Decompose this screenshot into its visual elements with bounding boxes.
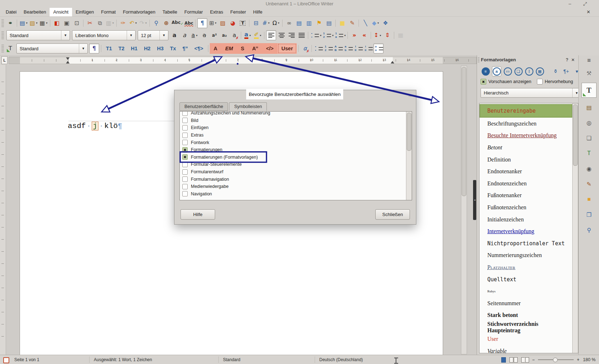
chevron-down-icon[interactable]: ▼ xyxy=(127,31,135,40)
character-styles-icon[interactable]: a xyxy=(492,66,501,76)
zoom-in-button[interactable]: + xyxy=(577,355,579,364)
deck-page-tab[interactable]: ❏ xyxy=(583,132,595,144)
italic-icon[interactable]: a xyxy=(180,31,189,40)
apply-style-icon[interactable]: T xyxy=(6,44,15,53)
styles-list-scrollbar[interactable] xyxy=(572,103,578,353)
dropdown-arrow-icon[interactable]: ▾ xyxy=(145,21,147,25)
menu-tabelle[interactable]: Tabelle xyxy=(159,8,181,16)
table-styles-icon[interactable]: ▦ xyxy=(535,67,544,76)
sidebar-grip[interactable] xyxy=(478,57,479,63)
insert-mode-icon[interactable] xyxy=(394,358,398,364)
toolbar-list-item-extras[interactable]: Extras xyxy=(180,132,406,139)
toolbar-checkbox[interactable] xyxy=(182,118,188,123)
toolbar-checkbox[interactable] xyxy=(182,147,188,153)
toolbar-checkbox[interactable] xyxy=(182,184,188,189)
dropdown-arrow-icon[interactable]: ▾ xyxy=(46,21,47,25)
dropdown-arrow-icon[interactable]: ▾ xyxy=(268,21,270,25)
insert-bookmark-icon[interactable]: ⚑ xyxy=(314,19,324,28)
style-entry-user[interactable]: User xyxy=(479,333,573,345)
toolbar-list-item-fontwork[interactable]: Fontwork xyxy=(180,139,406,146)
style-button-h3[interactable]: H3 xyxy=(154,44,166,53)
style-button-tx[interactable]: Tx xyxy=(167,44,178,53)
dropdown-arrow-icon[interactable]: ▾ xyxy=(260,34,261,37)
document-vertical-scrollbar[interactable] xyxy=(461,66,467,354)
bold-icon[interactable]: a xyxy=(170,31,179,40)
toolbar-list-item-aufzählungszeichen-und-nummerierung[interactable]: Aufzählungszeichen und Nummerierung xyxy=(180,111,406,117)
multi-page-view-icon[interactable] xyxy=(509,357,518,363)
style-button-a[interactable]: A’’ xyxy=(248,43,262,54)
minimize-button[interactable]: – xyxy=(569,1,571,6)
dropdown-arrow-icon[interactable]: ▾ xyxy=(320,34,321,37)
increase-indent-icon[interactable]: » xyxy=(350,31,359,40)
style-button-a[interactable]: A xyxy=(210,43,221,54)
preview-checkbox-row[interactable]: Vorschauen anzeigen xyxy=(481,79,531,84)
style-entry-endnotenanker[interactable]: Endnotenanker xyxy=(479,165,573,178)
toolbar-list-item-formatierungen-formatvorlagen[interactable]: Formatierungen (Formatvorlagen) xyxy=(180,154,406,161)
basic-shapes-icon[interactable]: ◆▾ xyxy=(371,19,380,28)
style-button-t2[interactable]: T2 xyxy=(116,44,127,53)
line-spacing-icon[interactable]: ↕▾ xyxy=(373,31,382,40)
dropdown-arrow-icon[interactable]: ▾ xyxy=(135,21,137,25)
style-entry-nichtproportionaler-text[interactable]: Nichtproportionaler Text xyxy=(479,237,573,250)
deck-find-tab[interactable]: ⚲ xyxy=(583,224,595,236)
toolbar-checkbox[interactable] xyxy=(182,154,188,160)
track-changes-icon[interactable]: ✎ xyxy=(347,19,357,28)
maximize-button[interactable]: ⤢ xyxy=(583,1,587,7)
insert-cross-reference-icon[interactable]: ▤ xyxy=(324,19,334,28)
style-button-[interactable]: <¶> xyxy=(192,44,206,53)
formatting-marks-icon[interactable]: ¶ xyxy=(197,18,207,28)
toolbar-checkbox[interactable] xyxy=(182,125,188,130)
style-button-[interactable]: ¶” xyxy=(180,44,190,53)
deck-master-document-tab[interactable]: ❐ xyxy=(583,209,595,220)
decrease-indent-icon[interactable]: « xyxy=(360,31,369,40)
align-left-icon[interactable] xyxy=(266,30,276,40)
insert-textbox-icon[interactable]: T xyxy=(238,19,247,28)
dropdown-arrow-icon[interactable]: ▾ xyxy=(215,21,217,25)
document-modified-icon[interactable] xyxy=(3,357,9,363)
paragraph-style-combo[interactable]: Standard ▼ xyxy=(6,30,70,40)
font-color-icon[interactable]: a▾ xyxy=(243,31,252,40)
dropdown-arrow-icon[interactable]: ▾ xyxy=(380,34,381,37)
style-filter-combo[interactable]: Hierarchisch ▼ xyxy=(481,88,581,98)
no-list-icon[interactable]: oo xyxy=(374,43,384,53)
frame-styles-icon[interactable]: ▭ xyxy=(503,67,512,76)
style-entry-beschriftungszeichen[interactable]: Beschriftungszeichen xyxy=(479,118,573,130)
page-styles-icon[interactable]: ❏ xyxy=(514,67,523,76)
toolbar-style-combo[interactable]: Standard ▼ xyxy=(16,43,88,53)
menu-ansicht[interactable]: Ansicht xyxy=(50,8,72,16)
deck-accessibility-check-tab[interactable]: ◉ xyxy=(583,163,595,174)
deck-style-inspector-tab[interactable]: T xyxy=(583,148,595,159)
vertical-ruler[interactable] xyxy=(0,65,6,355)
insert-image-icon[interactable]: ▨ xyxy=(218,19,227,28)
toolbar-checkbox[interactable] xyxy=(182,111,188,116)
document-text-line[interactable]: asdf·j·klö¶ xyxy=(68,122,122,130)
titlebar[interactable]: Unbenannt 1 – LibreOffice Writer – ⤢ xyxy=(0,0,599,8)
style-entry-rubys[interactable]: Rubys xyxy=(479,285,573,297)
find-replace-icon[interactable]: ⚲ xyxy=(152,19,161,28)
toolbar-list-item-formatierungen[interactable]: Formatierungen xyxy=(180,146,406,154)
style-entry-betont[interactable]: Betont xyxy=(479,142,573,154)
copy-icon[interactable]: ⧉ xyxy=(95,19,105,28)
style-button-user[interactable]: User xyxy=(278,43,297,54)
sidebar-help-icon[interactable]: ? xyxy=(566,57,568,62)
align-center-icon[interactable] xyxy=(277,31,286,40)
no-character-style-icon[interactable]: α✗ xyxy=(300,44,310,53)
scrollbar-thumb[interactable] xyxy=(462,67,466,196)
menu-extras[interactable]: Extras xyxy=(207,8,227,16)
style-entry-nummerierungszeichen[interactable]: Nummerierungszeichen xyxy=(479,250,573,262)
style-entry-fußnotenzeichen[interactable]: Fußnotenzeichen xyxy=(479,201,573,214)
dialog-tab-benutzeroberfläche[interactable]: Benutzeroberfläche xyxy=(179,102,228,111)
print-preview-icon[interactable]: ⊡ xyxy=(72,19,81,28)
insert-footnote-icon[interactable]: ▤ xyxy=(294,19,304,28)
numbered-list-icon[interactable]: 12 xyxy=(324,44,333,53)
style-button-em[interactable]: EM xyxy=(221,43,237,54)
first-line-indent-marker[interactable] xyxy=(66,57,70,60)
clone-formatting-icon[interactable]: ✑ xyxy=(118,19,128,28)
roman-lower-list-icon[interactable]: iii xyxy=(364,44,373,53)
menu-format[interactable]: Format xyxy=(97,8,119,16)
superscript-icon[interactable]: a² xyxy=(210,31,219,40)
toolbar-checkbox[interactable] xyxy=(182,162,188,167)
menu-formular[interactable]: Formular xyxy=(181,8,207,16)
style-entry-besuchte-internetverknüpfung[interactable]: Besuchte Internetverknüpfung xyxy=(479,130,573,142)
horizontal-ruler[interactable]: 12345678910111213141516 xyxy=(9,57,477,64)
